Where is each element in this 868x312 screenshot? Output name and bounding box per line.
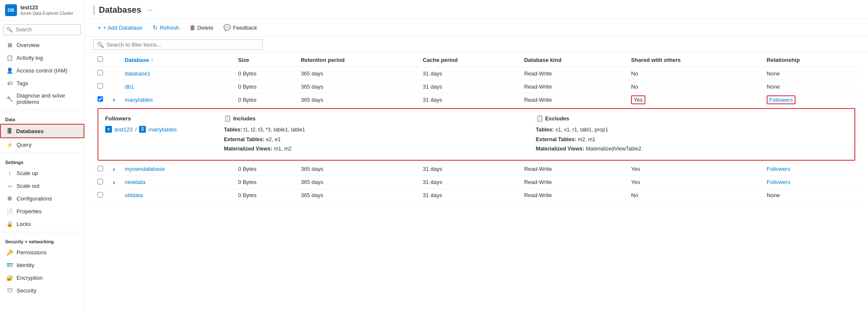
- row-kind-cell: Read-Write: [520, 189, 627, 202]
- row-shared-cell: Yes: [627, 162, 762, 176]
- row-checkbox-cell: [93, 93, 107, 106]
- database-link[interactable]: db1: [125, 84, 134, 90]
- row-kind-cell: Read-Write: [520, 93, 627, 106]
- identity-icon: 🪪: [6, 262, 13, 268]
- row-checkbox[interactable]: [98, 70, 103, 75]
- row-name-cell: newdata: [120, 176, 234, 189]
- toolbar: + + Add Database ↻ Refresh 🗑 Delete 💬 Fe…: [85, 19, 868, 37]
- row-expand-cell: ∧: [107, 162, 120, 176]
- table-row: olddata 0 Bytes 365 days 31 days Read-Wr…: [93, 189, 860, 202]
- th-cache: Cache period: [419, 53, 520, 67]
- sidebar-item-overview[interactable]: ⊞ Overview: [0, 39, 84, 51]
- database-link[interactable]: olddata: [125, 192, 143, 198]
- includes-label: Includes: [233, 115, 256, 122]
- select-all-checkbox[interactable]: [98, 56, 103, 62]
- excludes-tables: Tables: x1, v1, r1, tabl1, prop1: [536, 125, 848, 135]
- properties-icon: 📄: [6, 208, 13, 214]
- follower-panel-cell: Followers 📋 Includes 📋 Excludes: [93, 106, 860, 163]
- sidebar-item-scale-out[interactable]: ↔ Scale out: [0, 179, 84, 192]
- row-kind-cell: Read-Write: [520, 67, 627, 80]
- relationship-link[interactable]: Followers: [767, 179, 790, 185]
- row-cache-cell: 31 days: [419, 80, 520, 93]
- sidebar-item-scale-up[interactable]: ↑ Scale up: [0, 167, 84, 179]
- sidebar-item-locks[interactable]: 🔒 Locks: [0, 217, 84, 230]
- includes-header: 📋 Includes: [224, 115, 536, 122]
- page-title: Databases: [93, 5, 141, 15]
- encryption-icon: 🔐: [6, 274, 13, 281]
- database-link[interactable]: newdata: [125, 179, 145, 185]
- sidebar-item-permissions[interactable]: 🔑 Permissions: [0, 246, 84, 259]
- separator: /: [135, 126, 137, 133]
- followers-label: Followers: [105, 115, 131, 122]
- row-cache-cell: 31 days: [419, 176, 520, 189]
- includes-details: Tables: t1, t2, t3, *3, table1, lable1 E…: [224, 125, 536, 154]
- row-checkbox[interactable]: [98, 166, 103, 171]
- includes-tables-label: Tables:: [224, 127, 243, 133]
- excludes-icon: 📋: [536, 115, 543, 122]
- row-expand-cell: [107, 80, 120, 93]
- row-relationship-cell: Followers: [762, 176, 860, 189]
- relationship-link[interactable]: Followers: [767, 166, 790, 172]
- row-checkbox-cell: [93, 162, 107, 176]
- row-relationship-cell: Followers: [762, 162, 860, 176]
- th-database: Database ↑: [120, 53, 234, 67]
- row-cache-cell: 31 days: [419, 67, 520, 80]
- sidebar-item-tags[interactable]: 🏷 Tags: [0, 77, 84, 89]
- source-cluster-name[interactable]: test123: [114, 126, 133, 133]
- delete-button[interactable]: 🗑 Delete: [185, 22, 218, 33]
- row-size-cell: 0 Bytes: [234, 189, 297, 202]
- th-select-all: [93, 53, 107, 67]
- sidebar-item-identity[interactable]: 🪪 Identity: [0, 259, 84, 271]
- filter-input[interactable]: [106, 42, 234, 48]
- filter-search-icon: 🔍: [97, 42, 104, 48]
- row-expand-cell: ∨: [107, 93, 120, 106]
- sidebar-item-activity-log[interactable]: 📋 Activity log: [0, 51, 84, 64]
- add-database-button[interactable]: + + Add Database: [93, 22, 147, 33]
- row-name-cell: manytables: [120, 93, 234, 106]
- expand-button[interactable]: ∨: [112, 97, 116, 103]
- database-link[interactable]: manytables: [125, 97, 153, 103]
- row-kind-cell: Read-Write: [520, 162, 627, 176]
- includes-tables: Tables: t1, t2, t3, *3, table1, lable1: [224, 125, 536, 135]
- relationship-link[interactable]: Followers: [767, 95, 795, 104]
- search-input[interactable]: [3, 24, 81, 35]
- row-checkbox[interactable]: [98, 83, 103, 89]
- table-row: ∧ newdata 0 Bytes 365 days 31 days Read-…: [93, 176, 860, 189]
- main-header: Databases ···: [85, 0, 868, 19]
- sidebar-item-access-control[interactable]: 👤 Access control (IAM): [0, 64, 84, 77]
- row-checkbox-cell: [93, 67, 107, 80]
- th-retention: Retention period: [296, 53, 419, 67]
- row-shared-cell: Yes: [627, 176, 762, 189]
- feedback-button[interactable]: 💬 Feedback: [219, 22, 261, 33]
- excludes-tables-label: Tables:: [536, 127, 555, 133]
- expand-button[interactable]: ∧: [112, 166, 116, 173]
- more-options-icon[interactable]: ···: [147, 6, 153, 14]
- sidebar-item-configurations[interactable]: ⚙ Configurations: [0, 192, 84, 205]
- excludes-external-value: m2, m1: [578, 136, 596, 142]
- config-icon: ⚙: [6, 195, 13, 202]
- source-db-name[interactable]: manytables: [148, 126, 176, 133]
- databases-table: Database ↑ Size Retention period Cache p…: [93, 53, 860, 202]
- database-link[interactable]: database1: [125, 70, 151, 77]
- follower-panel-body: ✕ test123 / 🗄 manytables Tables: t1, t2,…: [105, 125, 848, 154]
- row-checkbox[interactable]: [98, 179, 103, 184]
- row-shared-cell: No: [627, 80, 762, 93]
- row-retention-cell: 365 days: [296, 162, 419, 176]
- table-header-row: Database ↑ Size Retention period Cache p…: [93, 53, 860, 67]
- sidebar-item-properties[interactable]: 📄 Properties: [0, 205, 84, 217]
- database-link[interactable]: myowndatabase: [125, 166, 165, 172]
- database-icon: 🗄: [6, 128, 13, 134]
- refresh-button[interactable]: ↻ Refresh: [148, 22, 184, 33]
- expand-button[interactable]: ∧: [112, 179, 116, 186]
- main-content: Databases ··· + + Add Database ↻ Refresh…: [85, 0, 868, 312]
- row-name-cell: db1: [120, 80, 234, 93]
- row-checkbox[interactable]: [98, 192, 103, 198]
- row-size-cell: 0 Bytes: [234, 162, 297, 176]
- sidebar-item-query[interactable]: ⚡ Query: [0, 138, 84, 151]
- sidebar-item-diagnose[interactable]: 🔧 Diagnose and solve problems: [0, 89, 84, 108]
- sidebar-item-encryption[interactable]: 🔐 Encryption: [0, 271, 84, 284]
- follower-panel-row: Followers 📋 Includes 📋 Excludes: [93, 106, 860, 163]
- sidebar-item-security[interactable]: 🛡 Security: [0, 284, 84, 297]
- row-checkbox[interactable]: [98, 96, 103, 102]
- sidebar-item-databases[interactable]: 🗄 Databases: [0, 124, 84, 138]
